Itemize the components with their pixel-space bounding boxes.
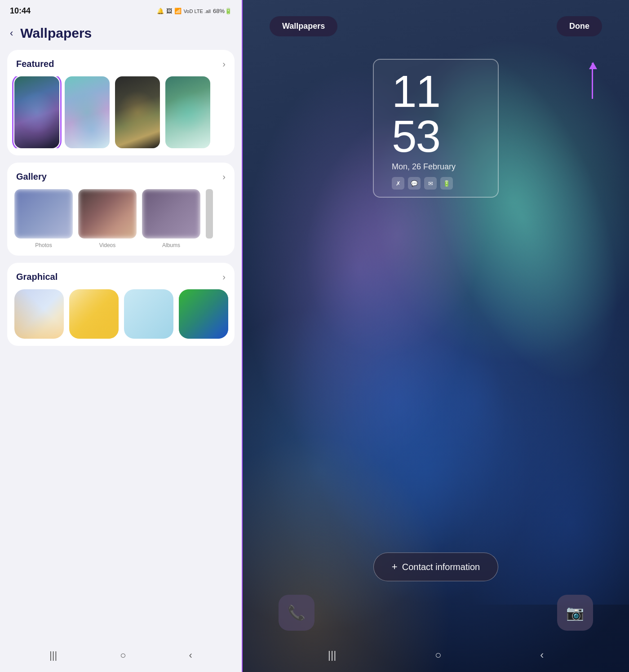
gallery-thumb-4[interactable] xyxy=(206,189,213,239)
graphical-chevron[interactable]: › xyxy=(222,272,226,282)
left-panel: 10:44 🔔 🖼 📶 VoD LTE .all 68%🔋 ‹ Wallpape… xyxy=(0,0,243,672)
gallery-label-1: Photos xyxy=(14,242,73,248)
contact-information-button[interactable]: + Contact information xyxy=(373,553,498,581)
graphical-thumb-1[interactable] xyxy=(14,289,64,339)
gallery-row xyxy=(7,189,235,239)
gallery-icon: 🖼 xyxy=(166,8,172,14)
right-top-bar: Wallpapers Done xyxy=(243,0,629,45)
right-home-icon[interactable]: ○ xyxy=(435,649,442,661)
featured-section: Featured › xyxy=(7,50,235,155)
page-title: Wallpapers xyxy=(20,26,92,41)
camera-button[interactable]: 📷 xyxy=(557,595,593,631)
gallery-label-3: Albums xyxy=(142,242,200,248)
battery-small-icon: 🔋 xyxy=(440,177,453,190)
home-icon[interactable]: ○ xyxy=(120,650,126,661)
featured-wallpaper-row xyxy=(7,76,235,148)
graphical-title: Graphical xyxy=(16,272,58,282)
lock-screen-content: 11 53 Mon, 26 February ✗ 💬 ✉ 🔋 + Contact… xyxy=(243,45,629,641)
status-icons: 🔔 🖼 📶 VoD LTE .all 68%🔋 xyxy=(157,8,232,14)
sim-icon: 📶 xyxy=(174,8,182,14)
status-time: 10:44 xyxy=(10,6,31,16)
clock-hour: 11 xyxy=(392,69,440,114)
gallery-label-2: Videos xyxy=(78,242,137,248)
graphical-thumb-2[interactable] xyxy=(69,289,119,339)
scroll-content: Featured › xyxy=(0,50,242,642)
camera-icon: 📷 xyxy=(566,604,584,621)
email-icon: ✉ xyxy=(424,177,437,190)
gallery-thumb-2[interactable] xyxy=(78,189,137,239)
right-panel: Wallpapers Done 11 53 Mon, 26 February ✗… xyxy=(243,0,629,672)
featured-wallpaper-3[interactable] xyxy=(115,76,160,148)
right-back-icon[interactable]: ‹ xyxy=(540,649,544,661)
graphical-thumb-4[interactable] xyxy=(179,289,228,339)
gallery-thumb-1[interactable] xyxy=(14,189,73,239)
done-button[interactable]: Done xyxy=(557,16,602,36)
contact-information-label: Contact information xyxy=(402,562,480,572)
featured-wallpaper-1[interactable] xyxy=(14,76,59,148)
graphical-section: Graphical › xyxy=(7,263,235,346)
graphical-header: Graphical › xyxy=(7,272,235,289)
signal-text: VoD LTE .all xyxy=(184,9,211,14)
status-bar: 10:44 🔔 🖼 📶 VoD LTE .all 68%🔋 xyxy=(0,0,242,20)
clock-notification-icons: ✗ 💬 ✉ 🔋 xyxy=(392,177,453,190)
message-icon: 💬 xyxy=(408,177,421,190)
right-recent-icon[interactable]: ||| xyxy=(328,649,337,661)
page-header: ‹ Wallpapers xyxy=(0,20,242,50)
missed-call-icon: ✗ xyxy=(392,177,404,190)
left-bottom-nav: ||| ○ ‹ xyxy=(0,642,242,672)
recent-apps-icon[interactable]: ||| xyxy=(49,650,57,661)
gallery-chevron[interactable]: › xyxy=(222,172,226,182)
clock-date: Mon, 26 February xyxy=(392,162,456,172)
gallery-header: Gallery › xyxy=(7,172,235,189)
wallpapers-pill: Wallpapers xyxy=(270,16,337,36)
contact-plus-icon: + xyxy=(392,561,398,573)
phone-icon: 📞 xyxy=(288,604,306,621)
gallery-section: Gallery › Photos Videos Albums xyxy=(7,163,235,256)
right-bottom-nav: ||| ○ ‹ xyxy=(243,641,629,672)
back-button[interactable]: ‹ xyxy=(10,27,13,39)
notification-icon: 🔔 xyxy=(157,8,164,14)
featured-title: Featured xyxy=(16,59,54,69)
clock-widget: 11 53 Mon, 26 February ✗ 💬 ✉ 🔋 xyxy=(373,59,499,198)
phone-button[interactable]: 📞 xyxy=(279,595,314,631)
featured-wallpaper-4[interactable] xyxy=(165,76,210,148)
clock-minute: 53 xyxy=(392,114,440,159)
graphical-thumb-3[interactable] xyxy=(124,289,173,339)
graphical-row xyxy=(7,289,235,339)
back-nav-icon[interactable]: ‹ xyxy=(189,650,192,661)
bottom-actions: 📞 📷 xyxy=(243,595,629,641)
gallery-title: Gallery xyxy=(16,172,47,182)
featured-chevron[interactable]: › xyxy=(222,59,226,69)
gallery-thumb-3[interactable] xyxy=(142,189,200,239)
battery-text: 68%🔋 xyxy=(213,8,232,14)
featured-wallpaper-2[interactable] xyxy=(65,76,110,148)
featured-header: Featured › xyxy=(7,59,235,76)
